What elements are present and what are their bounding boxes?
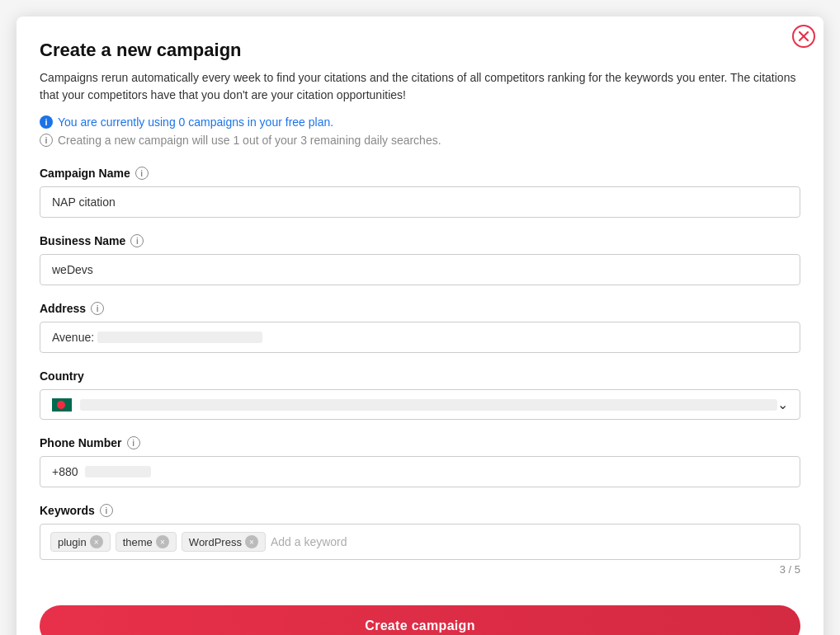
country-select[interactable]: ⌄ — [40, 389, 800, 420]
keyword-count: 3 / 5 — [40, 563, 800, 576]
phone-group: Phone Number i +880 — [40, 436, 800, 487]
phone-input[interactable]: +880 — [40, 456, 800, 487]
keywords-container[interactable]: plugin × theme × WordPress × Add a keywo… — [40, 524, 800, 560]
keywords-label: Keywords i — [40, 504, 800, 517]
flag-icon — [52, 398, 72, 412]
address-blurred — [97, 332, 262, 343]
business-name-label: Business Name i — [40, 234, 800, 247]
business-name-info-icon[interactable]: i — [130, 234, 144, 247]
svg-point-4 — [57, 401, 65, 409]
country-name-blurred — [80, 399, 777, 411]
address-group: Address i Avenue: — [40, 302, 800, 353]
keyword-tag-theme: theme × — [116, 532, 177, 552]
keyword-tag-wordpress: WordPress × — [182, 532, 266, 552]
business-name-input[interactable] — [40, 254, 800, 285]
country-label: Country — [40, 369, 800, 383]
campaign-name-label: Campaign Name i — [40, 167, 800, 180]
campaign-name-info-icon[interactable]: i — [135, 167, 149, 180]
info-icon-gray: i — [40, 134, 53, 147]
address-input[interactable]: Avenue: — [40, 322, 800, 353]
remove-theme-button[interactable]: × — [156, 535, 169, 548]
info-icon-blue: i — [40, 115, 53, 129]
keywords-info-icon[interactable]: i — [100, 504, 113, 517]
chevron-down-icon: ⌄ — [777, 397, 788, 412]
campaign-form: Campaign Name i Business Name i Address … — [40, 167, 800, 635]
close-button[interactable] — [792, 25, 815, 48]
modal-title: Create a new campaign — [40, 40, 800, 61]
phone-rest-blurred — [85, 466, 151, 477]
keyword-tag-plugin: plugin × — [50, 532, 111, 552]
address-label: Address i — [40, 302, 800, 315]
keyword-placeholder: Add a keyword — [271, 535, 347, 548]
campaign-name-input[interactable] — [40, 186, 800, 218]
daily-search-info: i Creating a new campaign will use 1 out… — [40, 134, 800, 147]
phone-label: Phone Number i — [40, 436, 800, 449]
remove-plugin-button[interactable]: × — [90, 535, 103, 548]
campaign-name-group: Campaign Name i — [40, 167, 800, 218]
country-group: Country ⌄ — [40, 369, 800, 420]
keywords-group: Keywords i plugin × theme × WordPress × … — [40, 504, 800, 576]
remove-wordpress-button[interactable]: × — [245, 535, 258, 548]
phone-info-icon[interactable]: i — [127, 436, 140, 449]
create-campaign-modal: Create a new campaign Campaigns rerun au… — [17, 16, 823, 635]
modal-description: Campaigns rerun automatically every week… — [40, 69, 800, 104]
phone-prefix: +880 — [52, 465, 78, 478]
campaign-usage-info: i You are currently using 0 campaigns in… — [40, 115, 800, 129]
business-name-group: Business Name i — [40, 234, 800, 285]
address-info-icon[interactable]: i — [91, 302, 104, 315]
create-campaign-button[interactable]: Create campaign — [40, 605, 800, 635]
